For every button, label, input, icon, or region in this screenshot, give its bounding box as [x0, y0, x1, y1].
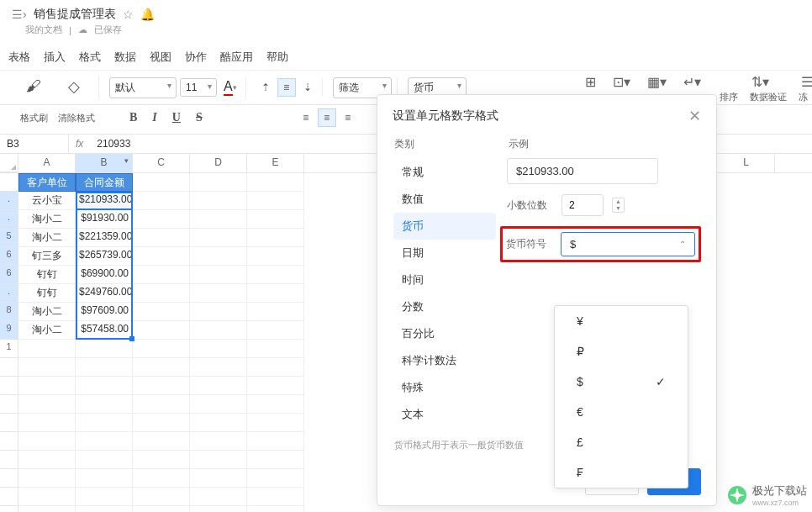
row-header[interactable] [0, 432, 18, 451]
doc-location[interactable]: 我的文档 [25, 24, 62, 36]
cell[interactable] [190, 506, 247, 512]
cell[interactable] [133, 432, 190, 451]
cell[interactable] [133, 192, 190, 210]
cell[interactable] [247, 173, 304, 192]
header-cell-B[interactable]: 合同金额 [76, 173, 133, 192]
header-cell-A[interactable]: 客户单位 [18, 173, 76, 192]
cell[interactable]: 淘小二 [18, 210, 76, 229]
row-header[interactable]: . [0, 284, 18, 303]
cell[interactable]: 淘小二 [18, 303, 76, 321]
cell[interactable] [247, 303, 304, 321]
cell[interactable] [247, 488, 304, 506]
align-top-icon[interactable]: ⇡ [256, 78, 275, 97]
strike-button[interactable]: S [192, 109, 206, 126]
cell[interactable] [190, 340, 247, 358]
cell[interactable] [190, 321, 247, 340]
cell[interactable] [76, 488, 133, 506]
cell[interactable] [247, 506, 304, 512]
align-center-icon[interactable]: ≡ [318, 108, 336, 127]
cell[interactable] [190, 284, 247, 303]
close-icon[interactable]: ✕ [688, 107, 701, 125]
category-item[interactable]: 常规 [393, 159, 496, 186]
cell[interactable] [247, 284, 304, 303]
row-header[interactable] [0, 414, 18, 432]
cell[interactable] [190, 303, 247, 321]
cell[interactable] [190, 414, 247, 432]
cell[interactable] [18, 358, 76, 377]
col-E[interactable]: E [247, 154, 304, 172]
menu-help[interactable]: 帮助 [266, 50, 288, 65]
row-header[interactable] [0, 506, 18, 512]
cell[interactable] [190, 192, 247, 210]
row-header[interactable] [0, 173, 18, 192]
fx-icon[interactable]: fx [69, 135, 90, 153]
cell[interactable] [76, 469, 133, 488]
cell[interactable] [190, 229, 247, 247]
validation-icon[interactable]: ☰✓ [801, 74, 812, 90]
cell[interactable] [133, 377, 190, 395]
cell[interactable] [190, 266, 247, 284]
currency-option[interactable]: ¥ [555, 306, 688, 336]
cell[interactable]: 云小宝 [18, 192, 76, 210]
bell-icon[interactable]: 🔔 [140, 8, 155, 21]
row-header[interactable] [0, 358, 18, 377]
cell[interactable] [247, 469, 304, 488]
cell[interactable] [18, 506, 76, 512]
cell[interactable] [133, 395, 190, 414]
cell[interactable] [133, 303, 190, 321]
cell[interactable] [133, 340, 190, 358]
currency-option[interactable]: € [555, 397, 688, 427]
menu-collab[interactable]: 协作 [185, 50, 207, 65]
category-item[interactable]: 时间 [393, 267, 496, 293]
cell[interactable] [247, 340, 304, 358]
cell[interactable] [133, 173, 190, 192]
merge-icon[interactable]: ⊞ [585, 74, 596, 90]
cell[interactable] [76, 506, 133, 512]
cell[interactable] [133, 469, 190, 488]
cell[interactable]: $210933.00 [76, 192, 133, 210]
cell[interactable] [133, 284, 190, 303]
borders-icon[interactable]: ⊡▾ [613, 74, 630, 90]
cell[interactable] [247, 321, 304, 340]
category-item[interactable]: 特殊 [393, 374, 496, 401]
cell[interactable] [133, 210, 190, 229]
cell-reference[interactable]: B3 [0, 135, 69, 153]
cell[interactable]: $91930.00 [76, 210, 133, 229]
cell[interactable] [133, 358, 190, 377]
cell[interactable] [76, 414, 133, 432]
cell[interactable] [18, 340, 76, 358]
menu-data[interactable]: 数据 [114, 50, 136, 65]
cell[interactable] [247, 210, 304, 229]
row-header[interactable]: 8 [0, 303, 18, 321]
menu-view[interactable]: 视图 [150, 50, 171, 65]
cell[interactable] [247, 377, 304, 395]
cell[interactable] [190, 358, 247, 377]
cell[interactable] [133, 229, 190, 247]
cell[interactable] [133, 488, 190, 506]
cell[interactable] [18, 451, 76, 469]
col-A[interactable]: A [18, 154, 76, 172]
cell[interactable] [190, 247, 247, 266]
col-B[interactable]: B [76, 154, 133, 172]
row-header[interactable] [0, 488, 18, 506]
row-header[interactable] [0, 451, 18, 469]
cell[interactable] [18, 488, 76, 506]
clear-format-button[interactable]: ◇ [63, 76, 85, 99]
row-header[interactable] [0, 377, 18, 395]
menu-format[interactable]: 格式 [79, 50, 101, 65]
row-header[interactable]: . [0, 192, 18, 210]
cell[interactable] [133, 266, 190, 284]
cell[interactable] [76, 395, 133, 414]
cell[interactable] [18, 414, 76, 432]
fill-icon[interactable]: ▦▾ [647, 74, 667, 90]
currency-option[interactable]: ₣ [555, 457, 688, 488]
cell[interactable]: $57458.00 [76, 321, 133, 340]
cell[interactable] [133, 451, 190, 469]
currency-option[interactable]: £ [555, 427, 688, 457]
cell[interactable]: $97609.00 [76, 303, 133, 321]
cell[interactable] [247, 451, 304, 469]
bold-button[interactable]: B [126, 109, 140, 126]
row-header[interactable]: 6 [0, 247, 18, 266]
category-item[interactable]: 货币 [393, 213, 496, 240]
category-item[interactable]: 百分比 [393, 320, 496, 347]
